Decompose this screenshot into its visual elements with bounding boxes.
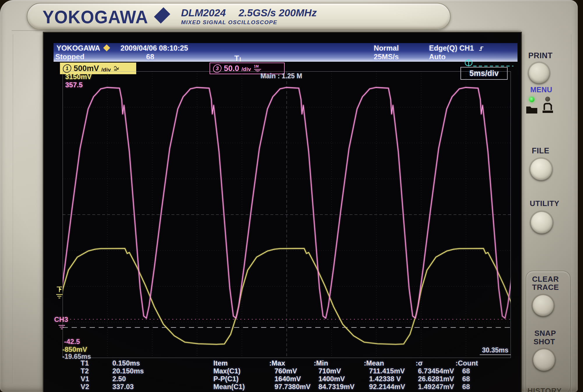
cursor-label: V1 xyxy=(81,375,89,383)
model-specs: 2.5GS/s 200MHz xyxy=(239,7,317,18)
photo-dark-edge xyxy=(578,0,583,392)
time-right-value: 30.35ms xyxy=(482,346,508,354)
bezel-groove-right xyxy=(571,34,572,392)
ch1-coupling-icon xyxy=(113,65,121,72)
cursor-label: T1 xyxy=(81,359,89,367)
bezel-groove-left xyxy=(13,34,13,384)
measure-header: :Min xyxy=(314,359,328,367)
trigger-position-marker: T xyxy=(234,54,241,63)
status-acq-state: Stopped xyxy=(55,53,84,61)
model-line: DLM20242.5GS/s 200MHz xyxy=(181,7,317,19)
measure-header: :σ xyxy=(416,359,423,367)
cursor-value: 2.50 xyxy=(112,375,126,383)
status-brand: YOKOGAWA xyxy=(56,44,100,52)
ch3-bottom-value: -42.5 xyxy=(64,338,80,346)
measure-cell: 1400mV xyxy=(318,375,345,383)
status-acq-count: 68 xyxy=(146,53,154,61)
snap-shot-button[interactable] xyxy=(533,349,555,371)
brand-plate: YOKOGAWA DLM20242.5GS/s 200MHz MIXED SIG… xyxy=(27,3,451,30)
brand-name: YOKOGAWA xyxy=(42,6,148,27)
model-subtitle: MIXED SIGNAL OSCILLOSCOPE xyxy=(181,19,277,26)
menu-led-off-icon xyxy=(545,97,550,102)
cursor-value: 0.150ms xyxy=(112,359,140,367)
record-length-readout: Main : 1.25 M xyxy=(261,72,302,80)
measure-cell: 710mV xyxy=(318,367,341,375)
ch1-bottom-value: -850mV xyxy=(62,345,87,354)
utility-label: UTILITY xyxy=(530,199,559,208)
snap-shot-label-2: SHOT xyxy=(534,337,555,346)
lcd-screen: YOKOGAWA 2009/04/06 08:10:25 Normal Edge… xyxy=(44,33,521,392)
printer-icon xyxy=(541,102,554,114)
time-right-underline xyxy=(480,354,511,355)
measure-cell: 1.42338 V xyxy=(369,375,401,383)
measure-cell: Max(C1) xyxy=(213,367,240,375)
file-label: FILE xyxy=(532,146,550,155)
model-number: DLM2024 xyxy=(181,7,226,18)
bezel-groove-panel xyxy=(524,34,524,392)
measure-cell: 1640mV xyxy=(274,375,301,383)
cursor-value: 20.150ms xyxy=(112,367,144,375)
history-label: HISTORY xyxy=(527,386,562,392)
utility-button[interactable] xyxy=(531,212,552,233)
measure-cell: 92.2144mV xyxy=(369,383,405,391)
trigger-edge-icon xyxy=(478,45,485,52)
trigger-tick-icon xyxy=(240,57,241,62)
measure-header: Item xyxy=(213,359,228,367)
measure-cell: 68 xyxy=(462,383,470,391)
status-sample-rate: 25MS/s xyxy=(374,53,399,61)
cursor-label: V2 xyxy=(81,383,89,391)
status-trigger-source: Edge(Q) CH1 xyxy=(429,44,485,52)
measure-cell: 760mV xyxy=(274,367,297,375)
status-datetime: 2009/04/06 08:10:25 xyxy=(121,44,188,52)
measure-cell: 84.7319mV xyxy=(318,383,355,391)
measure-cell: 6.73454mV xyxy=(418,367,454,375)
measure-cell: 97.7380mV xyxy=(274,383,311,391)
measure-cell: Mean(C1) xyxy=(213,383,245,391)
status-acq-mode: Normal xyxy=(374,44,399,52)
measure-cell: 1.49247mV xyxy=(418,383,454,391)
measure-cell: 68 xyxy=(462,375,470,383)
ch3-ground-marker-icon xyxy=(58,324,66,331)
print-label: PRINT xyxy=(528,51,553,60)
status-trigger-mode: Auto xyxy=(429,53,446,61)
folder-icon xyxy=(526,104,538,114)
measure-cell: 68 xyxy=(462,367,470,375)
clear-trace-label-1: CLEAR xyxy=(532,275,559,284)
measure-header: :Mean xyxy=(364,359,384,367)
svg-text:1M: 1M xyxy=(254,64,259,68)
clear-trace-label-2: TRACE xyxy=(532,283,559,292)
ch1-top-value: 3150mV xyxy=(65,73,92,81)
ch1-position-icon xyxy=(465,59,515,68)
ch1-ground-marker-icon xyxy=(55,285,63,301)
status-bar: YOKOGAWA 2009/04/06 08:10:25 Normal Edge… xyxy=(54,43,518,62)
bezel-seam xyxy=(12,30,521,31)
measure-header: :Count xyxy=(456,359,478,367)
cursor-value: 337.03 xyxy=(112,383,134,391)
status-diamond-icon xyxy=(103,44,110,51)
brand-diamond-icon xyxy=(154,7,170,24)
measure-header: :Max xyxy=(269,359,285,367)
ch3-top-value: 357.5 xyxy=(65,81,83,89)
measure-cell: 26.6281mV xyxy=(418,375,454,383)
clear-trace-button[interactable] xyxy=(533,295,554,316)
ch3-position-label: CH3 xyxy=(54,315,68,324)
oscilloscope-front-panel: YOKOGAWA DLM20242.5GS/s 200MHz MIXED SIG… xyxy=(0,0,583,392)
waveform-plot xyxy=(63,71,511,358)
measure-cell: 711.415mV xyxy=(369,367,405,375)
snap-shot-label-1: SNAP xyxy=(534,329,556,338)
print-button[interactable] xyxy=(529,63,549,83)
file-button[interactable] xyxy=(530,159,552,180)
menu-led-on-icon xyxy=(529,97,534,102)
menu-label: MENU xyxy=(530,86,552,94)
measure-cell: P-P(C1) xyxy=(213,375,239,383)
cursor-label: T2 xyxy=(81,367,89,375)
